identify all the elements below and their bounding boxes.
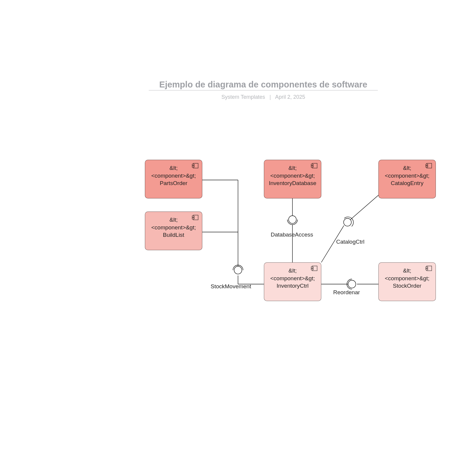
component-name: StockOrder xyxy=(393,283,421,289)
svg-rect-19 xyxy=(192,216,194,217)
component-name: InventoryCtrl xyxy=(277,283,309,289)
svg-rect-28 xyxy=(311,267,313,268)
component-build-list[interactable]: &lt;<component>&gt; BuildList xyxy=(145,212,202,250)
interface-label-reorder: Reordenar xyxy=(333,289,360,296)
component-stereotype: &lt;<component>&gt; xyxy=(270,165,315,179)
subtitle-separator: | xyxy=(270,94,271,100)
component-name: CatalogEntry xyxy=(391,180,424,186)
component-parts-order[interactable]: &lt;<component>&gt; PartsOrder xyxy=(145,160,202,198)
svg-rect-20 xyxy=(192,218,194,219)
subtitle-author: System Templates xyxy=(221,94,265,100)
interface-label-stock-movement: StockMovement xyxy=(211,283,251,290)
connectors xyxy=(0,0,476,476)
svg-rect-18 xyxy=(193,215,198,220)
svg-rect-15 xyxy=(193,163,198,168)
diagram-title: Ejemplo de diagrama de componentes de so… xyxy=(149,80,378,90)
svg-rect-25 xyxy=(425,164,428,165)
diagram-canvas: Ejemplo de diagrama de componentes de so… xyxy=(0,0,476,476)
component-icon xyxy=(311,163,317,168)
component-stereotype: &lt;<component>&gt; xyxy=(385,165,430,179)
svg-point-10 xyxy=(344,218,351,226)
svg-rect-26 xyxy=(425,166,428,167)
subtitle-date: April 2, 2025 xyxy=(275,94,305,100)
svg-rect-29 xyxy=(311,269,313,270)
svg-rect-22 xyxy=(311,164,313,165)
svg-rect-16 xyxy=(192,164,194,165)
component-icon xyxy=(311,266,317,271)
component-stereotype: &lt;<component>&gt; xyxy=(151,217,196,231)
component-icon xyxy=(425,163,432,168)
component-icon xyxy=(425,266,432,271)
svg-rect-32 xyxy=(425,269,428,270)
svg-point-3 xyxy=(234,266,242,274)
component-stock-order[interactable]: &lt;<component>&gt; StockOrder xyxy=(378,262,436,301)
interface-label-catalog-ctrl: CatalogCtrl xyxy=(336,239,364,245)
component-stereotype: &lt;<component>&gt; xyxy=(151,165,196,179)
component-catalog-entry[interactable]: &lt;<component>&gt; CatalogEntry xyxy=(378,160,436,198)
component-icon xyxy=(192,163,198,168)
svg-rect-31 xyxy=(425,267,428,268)
component-name: BuildList xyxy=(163,232,184,238)
component-stereotype: &lt;<component>&gt; xyxy=(270,267,315,281)
svg-rect-21 xyxy=(312,163,317,168)
component-icon xyxy=(192,215,198,220)
svg-point-13 xyxy=(348,280,356,288)
svg-line-9 xyxy=(350,195,378,220)
svg-rect-17 xyxy=(192,166,194,167)
interface-label-database-access: DatabaseAccess xyxy=(271,231,313,238)
svg-rect-24 xyxy=(427,163,432,168)
svg-rect-27 xyxy=(312,266,317,271)
component-name: PartsOrder xyxy=(160,180,187,186)
diagram-subtitle: System Templates | April 2, 2025 xyxy=(149,94,378,100)
svg-rect-23 xyxy=(311,166,313,167)
component-name: InventoryDatabase xyxy=(269,180,317,186)
svg-rect-30 xyxy=(427,266,432,271)
component-inventory-database[interactable]: &lt;<component>&gt; InventoryDatabase xyxy=(264,160,321,198)
svg-point-7 xyxy=(289,216,296,223)
component-inventory-ctrl[interactable]: &lt;<component>&gt; InventoryCtrl xyxy=(264,262,321,301)
component-stereotype: &lt;<component>&gt; xyxy=(385,267,430,281)
